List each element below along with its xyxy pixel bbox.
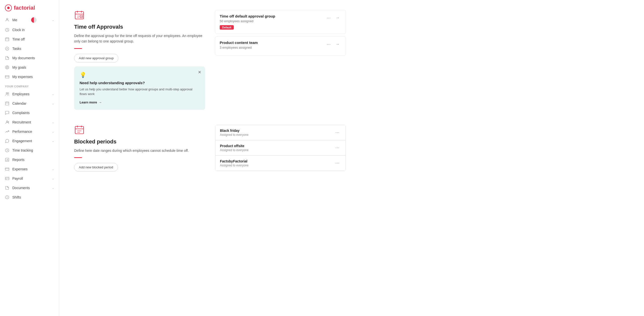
sidebar-item-time-tracking[interactable]: Time tracking — [0, 146, 59, 155]
blocked-card-info-3: FactsbyFactorial Assigned to everyone — [220, 159, 334, 167]
approvals-divider — [74, 48, 82, 49]
chevron-icon: ⌄ — [52, 130, 54, 133]
sidebar-item-me[interactable]: Me ⌄ — [0, 15, 59, 25]
approvals-description: Define the approval group for the time o… — [74, 33, 205, 44]
sidebar-item-employees[interactable]: Employees ⌄ — [0, 89, 59, 99]
sidebar-item-documents-label: Documents — [12, 186, 30, 190]
sidebar-item-documents[interactable]: Documents ⌄ — [0, 183, 59, 193]
blocked-card-info-1: Black friday Assigned to everyone — [220, 129, 334, 137]
sidebar-item-reports-label: Reports — [12, 158, 24, 162]
sidebar-item-engagement[interactable]: Engagement ⌄ — [0, 136, 59, 146]
sidebar-item-expenses[interactable]: Expenses ⌄ — [0, 164, 59, 174]
learn-more-text: Learn more — [80, 100, 97, 104]
sidebar-item-my-goals-label: My goals — [12, 65, 26, 69]
sidebar-item-my-expenses[interactable]: My expenses — [0, 72, 59, 81]
learn-more-link[interactable]: Learn more → — [80, 100, 102, 104]
blocked-card-black-friday: Black friday Assigned to everyone ⋯ — [215, 125, 346, 140]
chevron-icon: ⌄ — [52, 102, 54, 105]
sidebar: factorial Me ⌄ Clock in Time off — [0, 0, 59, 316]
sidebar-item-payroll-label: Payroll — [12, 177, 23, 180]
card-more-button[interactable]: ⋯ — [325, 14, 332, 21]
documents-icon — [5, 56, 10, 60]
arrow-right-icon: → — [98, 100, 102, 104]
card-info-product: Product content team 3 employees assigne… — [220, 40, 325, 51]
svg-point-7 — [6, 67, 8, 68]
svg-point-13 — [6, 121, 8, 122]
goals-icon — [5, 65, 10, 70]
sidebar-item-clock-in[interactable]: Clock in — [0, 25, 59, 34]
time-tracking-icon — [5, 148, 10, 153]
progress-indicator — [31, 17, 36, 23]
add-blocked-period-button[interactable]: Add new blocked period — [74, 163, 118, 172]
sidebar-item-complaints[interactable]: Complaints — [0, 108, 59, 117]
recruitment-icon — [5, 120, 10, 124]
sidebar-item-time-off-label: Time off — [12, 37, 25, 41]
engagement-icon — [5, 139, 10, 143]
blocked-title: Blocked periods — [74, 138, 205, 145]
card-navigate-button-2[interactable]: → — [334, 40, 341, 48]
sidebar-item-clock-in-label: Clock in — [12, 28, 25, 32]
tasks-icon — [5, 46, 10, 51]
svg-rect-4 — [6, 38, 9, 41]
logo-text: factorial — [14, 5, 35, 11]
approval-card-product: Product content team 3 employees assigne… — [215, 36, 346, 55]
info-box-description: Let us help you understand better how ap… — [80, 87, 200, 96]
card-navigate-button[interactable]: → — [334, 14, 341, 21]
card-subtitle-default: 50 employees assigned — [220, 19, 325, 23]
blocked-card-title-2: Product offsite — [220, 144, 334, 148]
sidebar-item-my-documents[interactable]: My documents — [0, 53, 59, 63]
sidebar-item-my-goals[interactable]: My goals — [0, 63, 59, 72]
sidebar-item-reports[interactable]: Reports — [0, 155, 59, 164]
default-badge: Default — [220, 25, 234, 30]
card-actions-product: ⋯ → — [325, 40, 341, 48]
sidebar-item-complaints-label: Complaints — [12, 111, 30, 115]
card-actions-default: ⋯ → — [325, 14, 341, 21]
expenses2-icon — [5, 167, 10, 171]
svg-point-10 — [6, 93, 8, 94]
blocked-card-info-2: Product offsite Assigned to everyone — [220, 144, 334, 152]
add-approval-group-button[interactable]: Add new approval group — [74, 54, 118, 62]
sidebar-item-tasks[interactable]: Tasks — [0, 44, 59, 53]
sidebar-item-time-off[interactable]: Time off — [0, 34, 59, 44]
blocked-cards-container: Black friday Assigned to everyone ⋯ Prod… — [215, 125, 346, 171]
info-box-title: Need help understanding approvals? — [80, 81, 200, 85]
blocked-card-title-3: FactsbyFactorial — [220, 159, 334, 163]
sidebar-item-my-expenses-label: My expenses — [12, 75, 32, 79]
card-more-button-2[interactable]: ⋯ — [325, 40, 332, 48]
calendar-icon — [5, 101, 10, 106]
sidebar-item-payroll[interactable]: Payroll ⌄ — [0, 174, 59, 183]
logo: factorial — [0, 0, 59, 15]
blocked-card-sub-3: Assigned to everyone — [220, 164, 334, 167]
logo-icon — [5, 4, 12, 11]
reports-icon — [5, 158, 10, 162]
sidebar-item-calendar[interactable]: Calendar ⌄ — [0, 99, 59, 108]
sidebar-item-recruitment-label: Recruitment — [12, 120, 31, 124]
sidebar-item-my-documents-label: My documents — [12, 56, 35, 60]
employees-icon — [5, 92, 10, 96]
svg-rect-12 — [6, 102, 9, 105]
blocked-card-more-1[interactable]: ⋯ — [334, 129, 341, 136]
sidebar-item-time-tracking-label: Time tracking — [12, 148, 33, 152]
sidebar-nav: Me ⌄ Clock in Time off Tasks — [0, 15, 59, 316]
expenses-icon — [5, 74, 10, 79]
approvals-grid: Time off Approvals Define the approval g… — [74, 10, 346, 110]
company-section-label: YOUR COMPANY — [0, 81, 59, 89]
card-title-product: Product content team — [220, 40, 325, 45]
chevron-icon: ⌄ — [52, 168, 54, 171]
info-box-close-button[interactable]: ✕ — [198, 70, 201, 74]
sidebar-item-shifts[interactable]: Shifts — [0, 193, 59, 202]
sidebar-item-performance-label: Performance — [12, 130, 32, 134]
lightbulb-icon: 💡 — [80, 72, 200, 78]
svg-point-11 — [8, 93, 9, 94]
blocked-grid: Blocked periods Define here date ranges … — [74, 125, 346, 172]
sidebar-item-employees-label: Employees — [12, 92, 30, 96]
sidebar-item-calendar-label: Calendar — [12, 101, 26, 105]
person-icon — [5, 17, 10, 23]
blocked-card-more-2[interactable]: ⋯ — [334, 144, 341, 152]
sidebar-item-recruitment[interactable]: Recruitment ⌄ — [0, 117, 59, 127]
sidebar-item-performance[interactable]: Performance ⌄ — [0, 127, 59, 136]
card-subtitle-product: 3 employees assigned — [220, 46, 325, 49]
blocked-card-more-3[interactable]: ⋯ — [334, 159, 341, 167]
blocked-right: Black friday Assigned to everyone ⋯ Prod… — [215, 125, 346, 172]
blocked-icon — [74, 125, 84, 135]
